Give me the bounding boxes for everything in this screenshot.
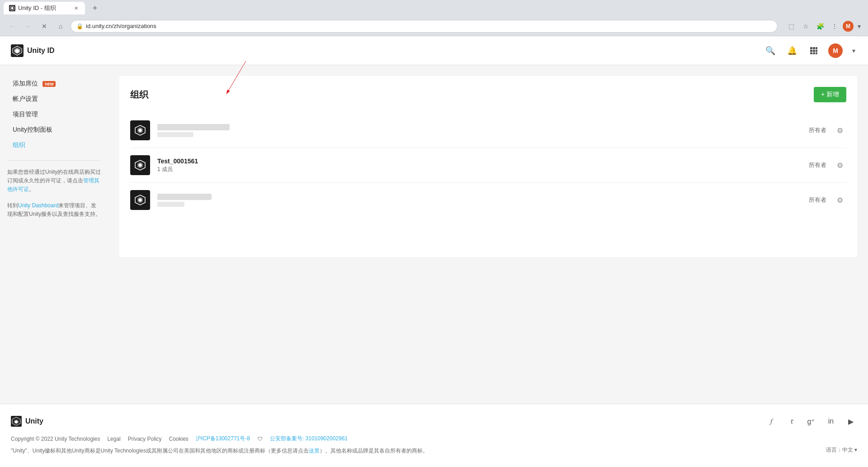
tab-favicon: [9, 5, 15, 11]
footer-copyright: Copyright © 2022 Unity Technologies: [11, 436, 100, 442]
sidebar: 添加席位 new 帐户设置 项目管理 Unity控制面板 组织 如果您曾经通过U…: [0, 65, 108, 404]
main-content: 组织 + 新增: [108, 65, 868, 404]
org-info: [157, 194, 476, 207]
sidebar-divider: [7, 160, 101, 161]
logo-area: Unity ID: [11, 44, 54, 57]
org-icon: [130, 190, 150, 210]
content-title: 组织: [130, 89, 148, 101]
browser-user-avatar[interactable]: M: [843, 21, 854, 32]
address-bar-row: ← → ✕ ⌂ 🔒 id.unity.cn/zh/organizations ⬚…: [0, 16, 868, 36]
svg-rect-3: [813, 47, 815, 49]
content-card: 组织 + 新增: [119, 76, 857, 257]
org-list: 所有者 ⚙ Test_0001561: [130, 113, 846, 217]
back-button[interactable]: ←: [5, 20, 18, 33]
svg-rect-6: [813, 50, 815, 52]
content-header: 组织 + 新增: [130, 87, 846, 102]
unity-dashboard-link[interactable]: Unity Dashboard: [18, 202, 58, 209]
search-button[interactable]: 🔍: [763, 43, 778, 58]
org-role: 所有者: [809, 126, 826, 134]
user-avatar[interactable]: M: [828, 43, 843, 58]
manage-licenses-link[interactable]: 管理其他许可证: [7, 177, 99, 192]
page: Unity ID 🔍 🔔 M ▾: [0, 36, 868, 467]
sidebar-item-account-settings[interactable]: 帐户设置: [7, 91, 101, 107]
language-selector[interactable]: 语言：中文 ▾: [826, 446, 857, 454]
sidebar-item-label: 项目管理: [13, 110, 38, 119]
sidebar-note-2: 转到Unity Dashboard来管理项目、发现和配置Unity服务以及查找服…: [7, 201, 101, 219]
org-icon: [130, 155, 150, 175]
footer-privacy-link[interactable]: Privacy Policy: [128, 436, 162, 442]
facebook-icon[interactable]: 𝑓: [765, 415, 778, 428]
org-name-blurred: [157, 194, 212, 200]
reload-button[interactable]: ✕: [38, 20, 51, 33]
top-nav: Unity ID 🔍 🔔 M ▾: [0, 36, 868, 65]
new-badge: new: [42, 81, 56, 87]
bookmark-button[interactable]: ☆: [799, 20, 812, 33]
org-item: 所有者 ⚙: [130, 113, 846, 148]
sidebar-item-organizations[interactable]: 组织: [7, 138, 101, 153]
address-bar[interactable]: 🔒 id.unity.cn/zh/organizations: [71, 20, 778, 33]
unity-logo-icon: [11, 44, 24, 57]
home-button[interactable]: ⌂: [54, 20, 67, 33]
org-role: 所有者: [809, 196, 826, 204]
footer-unity-logo-icon: [11, 416, 22, 427]
notification-button[interactable]: 🔔: [785, 43, 799, 58]
org-item: Test_0001561 1 成员 所有者 ⚙: [130, 148, 846, 183]
org-info: [157, 124, 476, 137]
browser-tab[interactable]: Unity ID - 组织 ✕: [4, 2, 85, 14]
browser-menu-button[interactable]: ⋮: [828, 20, 841, 33]
sidebar-item-add-seats[interactable]: 添加席位 new: [7, 76, 101, 91]
content-area: 添加席位 new 帐户设置 项目管理 Unity控制面板 组织 如果您曾经通过U…: [0, 65, 868, 404]
new-org-button[interactable]: + 新增: [814, 87, 846, 102]
twitter-icon[interactable]: 𝓽: [785, 415, 797, 428]
org-settings-button[interactable]: ⚙: [834, 124, 846, 137]
svg-rect-7: [816, 50, 817, 52]
svg-rect-2: [810, 47, 812, 49]
svg-rect-4: [816, 47, 817, 49]
org-item: 所有者 ⚙: [130, 183, 846, 217]
browser-actions: ⬚ ☆ 🧩 ⋮ M ▾: [785, 20, 863, 33]
extensions-button[interactable]: 🧩: [814, 20, 826, 33]
org-members-blurred: [157, 202, 184, 207]
org-icon: [130, 120, 150, 140]
footer-links: Copyright © 2022 Unity Technologies Lega…: [11, 435, 857, 443]
footer-police-badge-icon: 🛡: [257, 436, 263, 442]
forward-button[interactable]: →: [22, 20, 34, 33]
new-tab-button[interactable]: +: [89, 2, 101, 14]
avatar-dropdown-icon[interactable]: ▾: [850, 47, 857, 54]
org-name: Test_0001561: [157, 157, 476, 165]
youtube-icon[interactable]: ▶: [844, 415, 857, 428]
grid-menu-button[interactable]: [807, 43, 821, 58]
sidebar-item-project-management[interactable]: 项目管理: [7, 107, 101, 122]
linkedin-icon[interactable]: in: [825, 415, 837, 428]
org-members: 1 成员: [157, 166, 476, 173]
footer-more-info-link[interactable]: 这里: [309, 448, 320, 454]
footer-legal-link[interactable]: Legal: [107, 436, 120, 442]
top-nav-actions: 🔍 🔔 M ▾: [763, 43, 857, 58]
sidebar-item-label: 帐户设置: [13, 95, 38, 103]
tab-close-button[interactable]: ✕: [72, 5, 80, 12]
svg-rect-5: [810, 50, 812, 52]
footer-icp-link[interactable]: 沪ICP备13002771号-8: [196, 435, 250, 443]
lock-icon: 🔒: [76, 23, 83, 29]
sidebar-item-unity-dashboard[interactable]: Unity控制面板: [7, 122, 101, 138]
footer-logo-text: Unity: [25, 417, 43, 425]
browser-avatar-dropdown[interactable]: ▾: [855, 23, 863, 30]
address-text: id.unity.cn/zh/organizations: [86, 23, 156, 29]
logo-text: Unity ID: [27, 47, 54, 55]
footer-police-link[interactable]: 公安部备案号: 31010902002961: [270, 435, 348, 443]
org-settings-button[interactable]: ⚙: [834, 194, 846, 206]
cast-button[interactable]: ⬚: [785, 20, 797, 33]
footer-bottom: "Unity"、Unity徽标和其他Unity商标是Unity Technolo…: [11, 446, 428, 456]
org-info: Test_0001561 1 成员: [157, 157, 476, 173]
google-plus-icon[interactable]: g⁺: [805, 415, 817, 428]
browser-chrome: Unity ID - 组织 ✕ +: [0, 0, 868, 16]
footer-cookies-link[interactable]: Cookies: [169, 436, 188, 442]
org-members-blurred: [157, 132, 193, 137]
org-settings-button[interactable]: ⚙: [834, 159, 846, 172]
footer-top: Unity 𝑓 𝓽 g⁺ in ▶: [11, 415, 857, 428]
org-role: 所有者: [809, 161, 826, 169]
org-name-blurred: [157, 124, 230, 130]
svg-rect-9: [813, 52, 815, 54]
sidebar-item-label: Unity控制面板: [13, 126, 52, 134]
sidebar-item-label: 添加席位: [13, 80, 38, 88]
